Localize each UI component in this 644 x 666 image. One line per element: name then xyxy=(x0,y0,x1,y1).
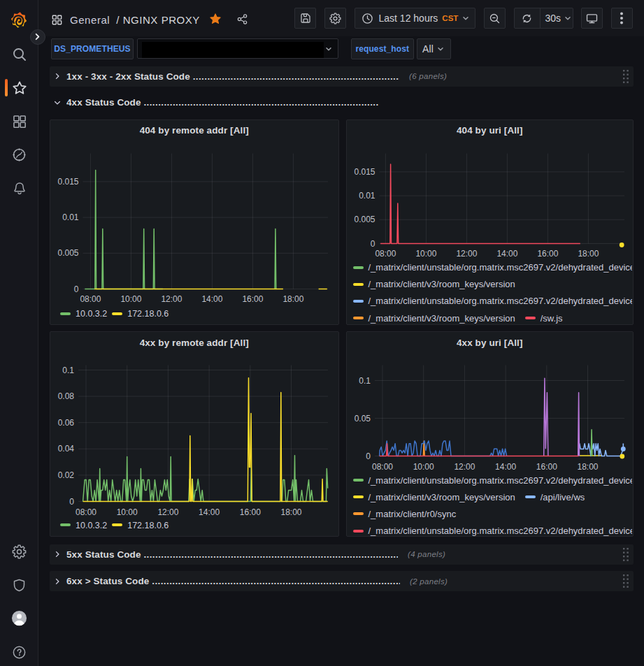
svg-text:10:00: 10:00 xyxy=(415,249,436,259)
svg-text:0.015: 0.015 xyxy=(57,176,78,186)
svg-text:18:00: 18:00 xyxy=(280,507,301,517)
svg-text:08:00: 08:00 xyxy=(76,507,96,517)
svg-text:0.04: 0.04 xyxy=(58,444,75,454)
svg-text:0.08: 0.08 xyxy=(58,391,75,401)
svg-text:12:00: 12:00 xyxy=(161,294,182,304)
svg-text:0.02: 0.02 xyxy=(58,470,75,480)
svg-text:08:00: 08:00 xyxy=(371,462,392,472)
svg-text:0: 0 xyxy=(74,284,79,294)
svg-text:0.05: 0.05 xyxy=(354,414,371,424)
svg-text:0: 0 xyxy=(69,497,74,507)
svg-text:16:00: 16:00 xyxy=(536,462,557,472)
svg-text:0.005: 0.005 xyxy=(57,248,78,258)
svg-text:14:00: 14:00 xyxy=(495,462,516,472)
svg-text:08:00: 08:00 xyxy=(375,249,396,259)
svg-text:10:00: 10:00 xyxy=(117,507,138,517)
svg-text:0.01: 0.01 xyxy=(62,212,79,222)
svg-text:0.01: 0.01 xyxy=(359,191,375,201)
svg-text:10:00: 10:00 xyxy=(120,294,141,304)
svg-text:12:00: 12:00 xyxy=(454,462,475,472)
svg-text:0.1: 0.1 xyxy=(62,365,74,375)
svg-text:08:00: 08:00 xyxy=(80,294,101,304)
svg-text:0: 0 xyxy=(370,238,375,248)
svg-text:12:00: 12:00 xyxy=(456,249,477,259)
svg-text:0.015: 0.015 xyxy=(354,166,375,176)
svg-text:16:00: 16:00 xyxy=(537,249,558,259)
svg-text:14:00: 14:00 xyxy=(201,294,222,304)
svg-text:12:00: 12:00 xyxy=(157,507,178,517)
svg-text:14:00: 14:00 xyxy=(496,249,517,259)
svg-text:0.005: 0.005 xyxy=(354,215,375,224)
svg-text:0.06: 0.06 xyxy=(58,418,75,428)
svg-text:0: 0 xyxy=(366,451,371,461)
svg-text:0.1: 0.1 xyxy=(359,376,371,386)
svg-text:18:00: 18:00 xyxy=(578,249,599,259)
svg-text:18:00: 18:00 xyxy=(282,294,303,304)
svg-text:16:00: 16:00 xyxy=(240,507,261,517)
svg-text:14:00: 14:00 xyxy=(199,507,220,517)
svg-text:18:00: 18:00 xyxy=(577,462,598,472)
svg-text:10:00: 10:00 xyxy=(413,462,434,472)
svg-text:16:00: 16:00 xyxy=(242,294,263,304)
